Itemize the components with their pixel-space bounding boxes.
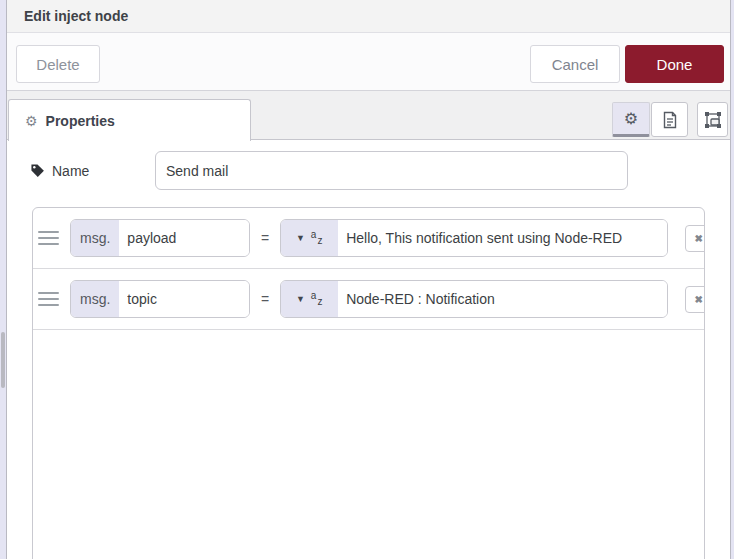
properties-panel: Name msg. = ▼ az xyxy=(7,140,730,559)
tab-properties-label: Properties xyxy=(46,113,115,129)
done-button[interactable]: Done xyxy=(625,45,724,83)
chevron-down-icon: ▼ xyxy=(296,234,305,243)
property-field: msg. xyxy=(70,219,250,257)
appearance-icon xyxy=(704,111,722,129)
remove-row-button[interactable]: ✖ xyxy=(685,225,705,252)
close-icon: ✖ xyxy=(694,233,702,244)
equals-sign: = xyxy=(261,230,269,246)
inject-property-list: msg. = ▼ az ✖ msg. xyxy=(32,207,705,559)
tab-bar: ⚙ Properties ⚙ xyxy=(7,91,730,140)
chevron-down-icon: ▼ xyxy=(296,295,305,304)
close-icon: ✖ xyxy=(694,294,702,305)
typed-input: ▼ az xyxy=(280,280,668,318)
string-az-icon: az xyxy=(311,294,324,304)
type-select-button[interactable]: ▼ az xyxy=(281,220,338,256)
delete-button[interactable]: Delete xyxy=(16,45,100,83)
properties-tool-button[interactable]: ⚙ xyxy=(612,102,650,137)
tag-icon xyxy=(30,163,45,178)
name-row: Name xyxy=(30,151,89,190)
msg-prefix: msg. xyxy=(71,220,119,256)
drag-handle-icon[interactable] xyxy=(38,231,59,245)
topic-value-input[interactable] xyxy=(338,281,667,317)
tab-properties[interactable]: ⚙ Properties xyxy=(8,99,251,141)
scrollbar-thumb[interactable] xyxy=(1,332,5,388)
string-az-icon: az xyxy=(311,233,324,243)
typed-input: ▼ az xyxy=(280,219,668,257)
cancel-button[interactable]: Cancel xyxy=(530,45,620,83)
document-icon xyxy=(662,111,678,129)
appearance-tool-button[interactable] xyxy=(697,102,728,137)
description-tool-button[interactable] xyxy=(651,102,688,137)
list-item-payload: msg. = ▼ az ✖ xyxy=(33,208,704,269)
dialog-toolbar: Delete Cancel Done xyxy=(7,33,730,91)
property-name-input[interactable] xyxy=(119,281,249,317)
dialog-header: Edit inject node xyxy=(7,0,730,33)
equals-sign: = xyxy=(261,291,269,307)
drag-handle-icon[interactable] xyxy=(38,292,59,306)
property-field: msg. xyxy=(70,280,250,318)
remove-row-button[interactable]: ✖ xyxy=(685,286,705,313)
property-name-input[interactable] xyxy=(119,220,249,256)
name-label: Name xyxy=(30,163,89,179)
edit-dialog: Edit inject node Delete Cancel Done ⚙ Pr… xyxy=(6,0,731,559)
list-item-topic: msg. = ▼ az ✖ xyxy=(33,269,704,330)
msg-prefix: msg. xyxy=(71,281,119,317)
payload-value-input[interactable] xyxy=(338,220,667,256)
name-input[interactable] xyxy=(155,151,628,190)
gear-icon: ⚙ xyxy=(624,111,638,127)
gear-icon: ⚙ xyxy=(25,114,38,128)
dialog-title: Edit inject node xyxy=(24,8,128,24)
type-select-button[interactable]: ▼ az xyxy=(281,281,338,317)
